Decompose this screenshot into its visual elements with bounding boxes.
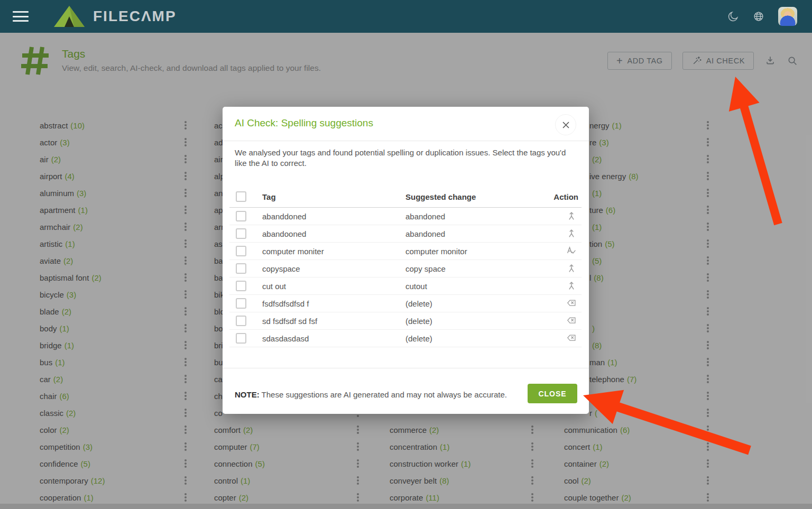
suggestion-row: fsdfsdfsdfsd f(delete) [229,295,582,312]
note-label: NOTE: [235,390,260,399]
filecamp-logo: FILECΛMP [53,5,177,28]
row-checkbox[interactable] [236,281,246,291]
modal-title: AI Check: Spelling suggestions [235,117,373,129]
row-tag: sdasdasdasd [262,334,309,343]
row-suggestion: cutout [405,282,427,291]
row-suggestion: (delete) [405,299,432,308]
column-header-tag: Tag [262,192,276,201]
row-checkbox[interactable] [236,246,246,256]
suggestion-row: computer monitercomputer monitor [229,243,582,260]
row-tag: abandooned [262,229,306,238]
row-checkbox[interactable] [236,263,246,274]
suggestions-table: Tag Suggested change Action abanddonedab… [229,186,582,347]
divider [223,141,589,141]
column-header-action: Action [553,192,578,201]
row-suggestion: (delete) [405,317,432,326]
brand-text: FILECΛMP [93,8,177,25]
row-checkbox[interactable] [236,228,246,239]
merge-icon[interactable] [566,210,577,222]
select-all-checkbox[interactable] [236,191,246,202]
row-suggestion: computer monitor [405,247,467,256]
row-tag: computer moniter [262,247,324,256]
merge-icon[interactable] [566,280,577,292]
table-header-row: Tag Suggested change Action [229,186,582,208]
modal-note: NOTE: These suggestions are AI generated… [235,390,507,399]
row-suggestion: abandoned [405,212,445,221]
row-checkbox[interactable] [236,316,246,326]
modal-description: We analysed your tags and found potentia… [235,147,577,169]
app-bar: FILECΛMP [0,0,812,33]
suggestion-row: cut outcutout [229,277,582,295]
ai-check-modal: AI Check: Spelling suggestions We analys… [223,107,589,414]
row-tag: abanddoned [262,212,306,221]
merge-icon[interactable] [566,263,577,274]
row-tag: sd fsdfsdf sd fsf [262,317,317,326]
tent-logo-icon [53,5,86,28]
row-suggestion: abandoned [405,229,445,238]
menu-icon[interactable] [13,11,29,22]
column-header-suggested: Suggested change [405,192,476,201]
merge-icon[interactable] [566,228,577,239]
moon-icon[interactable] [727,11,739,22]
backspace-icon[interactable] [566,315,577,327]
note-text: These suggestions are AI generated and m… [260,390,507,399]
divider [223,368,589,368]
avatar[interactable] [778,7,797,26]
close-button[interactable]: CLOSE [528,384,577,403]
suggestion-row: abanddonedabandoned [229,208,582,225]
close-icon[interactable] [555,114,576,135]
suggestion-row: copyspacecopy space [229,260,582,277]
spellcheck-icon[interactable] [566,245,577,257]
backspace-icon[interactable] [566,332,577,344]
globe-icon[interactable] [753,11,764,22]
suggestion-row: sd fsdfsdf sd fsf(delete) [229,312,582,330]
row-checkbox[interactable] [236,333,246,344]
row-tag: copyspace [262,264,300,273]
suggestion-row: sdasdasdasd(delete) [229,330,582,347]
row-suggestion: (delete) [405,334,432,343]
row-tag: fsdfsdfsdfsd f [262,299,309,308]
row-checkbox[interactable] [236,211,246,221]
suggestion-row: abandoonedabandoned [229,225,582,243]
row-tag: cut out [262,282,286,291]
backspace-icon[interactable] [566,298,577,309]
row-suggestion: copy space [405,264,446,273]
row-checkbox[interactable] [236,298,246,309]
